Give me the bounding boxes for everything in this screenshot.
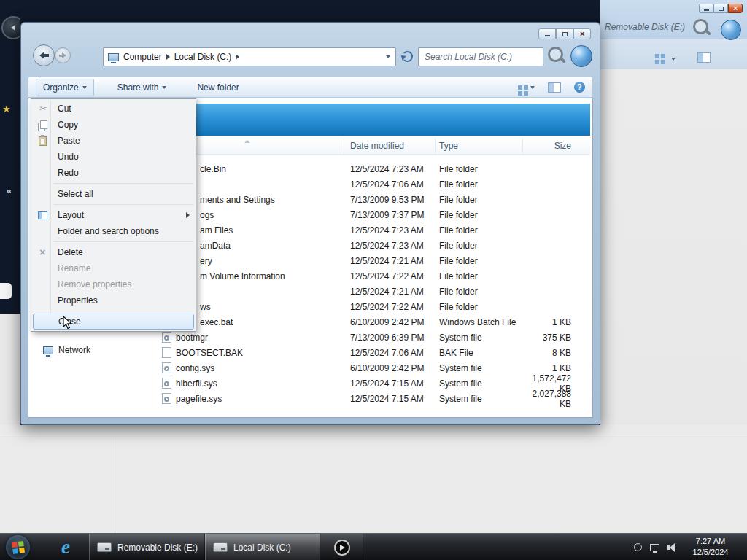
share-with-button[interactable]: Share with	[110, 79, 174, 96]
menu-item-redo[interactable]: Redo	[31, 165, 196, 181]
breadcrumb-item-drive[interactable]: Local Disk (C:)	[174, 52, 232, 62]
help-icon[interactable]	[574, 82, 585, 93]
back-arrow-icon	[11, 25, 15, 31]
breadcrumb-separator-icon[interactable]	[236, 54, 239, 60]
desktop-background-left	[0, 0, 20, 314]
minimize-button[interactable]	[699, 4, 713, 13]
file-date: 12/5/2024 7:22 AM	[344, 302, 436, 312]
menu-item-copy[interactable]: Copy	[31, 117, 196, 133]
forward-button[interactable]	[55, 47, 71, 63]
background-search-text[interactable]: Removable Disk (E:)	[605, 22, 685, 32]
back-button[interactable]	[33, 44, 55, 66]
desktop-background-top	[0, 0, 600, 22]
taskbar-button-local-disk[interactable]: Local Disk (C:)	[205, 534, 321, 560]
file-type: System file	[436, 378, 523, 389]
menu-item-select-all[interactable]: Select all	[31, 186, 196, 202]
file-type: File folder	[436, 164, 523, 174]
file-row[interactable]: pagefile.sys12/5/2024 7:15 AMSystem file…	[111, 391, 590, 406]
menu-item-cut[interactable]: Cut	[31, 101, 196, 117]
minimize-button[interactable]	[538, 28, 556, 39]
file-size: 2,027,388 KB	[523, 389, 590, 409]
taskbar-button-media-player[interactable]	[321, 534, 363, 560]
column-header-date-modified[interactable]: Date modified	[344, 138, 436, 154]
file-date: 12/5/2024 7:06 AM	[344, 179, 436, 190]
tray-network-icon[interactable]	[650, 544, 659, 551]
refresh-icon[interactable]	[402, 51, 413, 62]
paste-icon	[39, 136, 47, 146]
close-button[interactable]: ×	[728, 4, 743, 13]
file-type: File folder	[436, 210, 523, 220]
system-file-icon	[162, 362, 171, 373]
sidebar-item-network[interactable]: Network	[43, 345, 90, 355]
start-button[interactable]	[6, 535, 30, 559]
file-type: File folder	[436, 256, 523, 266]
internet-explorer-icon[interactable]	[54, 535, 77, 559]
address-dropdown-icon[interactable]	[386, 55, 390, 58]
menu-item-layout[interactable]: Layout	[31, 207, 196, 223]
views-icon[interactable]	[655, 54, 659, 58]
search-box[interactable]: Search Local Disk (C:)	[418, 47, 543, 66]
file-date: 12/5/2024 7:21 AM	[344, 287, 436, 297]
organize-menu: Cut Copy Paste Undo Redo Select all Layo…	[31, 98, 196, 332]
back-button-partial[interactable]	[1, 16, 20, 39]
file-date: 12/5/2024 7:15 AM	[344, 394, 436, 404]
file-name: m Volume Information	[200, 271, 285, 281]
media-player-icon	[334, 540, 350, 556]
organize-label: Organize	[43, 82, 79, 93]
file-type: File folder	[436, 195, 523, 205]
search-magnifier-icon[interactable]	[548, 47, 567, 66]
close-button[interactable]: ×	[573, 28, 591, 39]
new-folder-button[interactable]: New folder	[190, 79, 246, 96]
file-date: 7/13/2009 9:53 PM	[344, 195, 436, 205]
search-magnifier-icon[interactable]	[693, 19, 712, 38]
views-dropdown-icon[interactable]	[671, 58, 676, 61]
menu-separator	[53, 183, 193, 184]
file-size: 1 KB	[523, 363, 590, 373]
edge-tab-handle[interactable]	[0, 283, 12, 299]
taskbar-button-removable-disk[interactable]: Removable Disk (E:)	[89, 534, 205, 560]
column-header-type[interactable]: Type	[436, 138, 523, 154]
file-date: 12/5/2024 7:06 AM	[344, 348, 436, 358]
menu-item-undo[interactable]: Undo	[31, 149, 196, 165]
maximize-button[interactable]	[713, 4, 728, 13]
file-date: 7/13/2009 6:39 PM	[344, 332, 436, 343]
collapse-chevrons-icon[interactable]	[7, 185, 12, 196]
globe-sphere-icon[interactable]	[721, 20, 741, 40]
file-row[interactable]: hiberfil.sys12/5/2024 7:15 AMSystem file…	[111, 376, 590, 391]
organize-button[interactable]: Organize	[36, 79, 94, 96]
favorites-star-icon[interactable]	[2, 104, 11, 114]
file-row[interactable]: BOOTSECT.BAK12/5/2024 7:06 AMBAK File8 K…	[111, 345, 590, 360]
breadcrumb-item-computer[interactable]: Computer	[123, 52, 162, 62]
file-row[interactable]: bootmgr7/13/2009 6:39 PMSystem file375 K…	[111, 330, 590, 345]
menu-item-folder-options[interactable]: Folder and search options	[31, 223, 196, 239]
minimize-icon	[704, 9, 709, 11]
file-date: 12/5/2024 7:23 AM	[344, 225, 436, 236]
taskbar-buttons: Removable Disk (E:) Local Disk (C:)	[89, 534, 363, 560]
preview-pane-button[interactable]	[548, 82, 561, 93]
file-name: ws	[200, 302, 211, 312]
file-row[interactable]: config.sys6/10/2009 2:42 PMSystem file1 …	[111, 360, 590, 376]
file-type: System file	[436, 332, 523, 343]
menu-item-remove-properties[interactable]: Remove properties	[31, 276, 196, 292]
tray-volume-icon[interactable]	[667, 543, 677, 552]
views-button[interactable]	[518, 85, 535, 90]
menu-item-paste[interactable]: Paste	[31, 133, 196, 149]
command-bar: Organize Share with New folder	[28, 77, 593, 98]
file-icon	[162, 347, 171, 358]
menu-item-properties[interactable]: Properties	[31, 292, 196, 308]
column-header-size[interactable]: Size	[523, 138, 590, 154]
menu-item-close[interactable]: Close	[33, 314, 194, 330]
background-window-content	[0, 425, 747, 533]
address-breadcrumb[interactable]: Computer Local Disk (C:)	[103, 47, 396, 66]
maximize-button[interactable]	[556, 28, 573, 39]
maximize-icon	[562, 32, 568, 36]
system-file-icon	[162, 393, 171, 404]
taskbar-clock[interactable]: 7:27 AM 12/5/2024	[678, 536, 743, 558]
preview-pane-icon[interactable]	[697, 52, 711, 63]
tray-status-icon[interactable]	[634, 543, 642, 551]
menu-item-rename[interactable]: Rename	[31, 260, 196, 276]
breadcrumb-separator-icon[interactable]	[166, 54, 170, 60]
file-type: File folder	[436, 271, 523, 281]
menu-item-delete[interactable]: Delete	[31, 244, 196, 260]
globe-sphere-icon[interactable]	[570, 45, 592, 67]
